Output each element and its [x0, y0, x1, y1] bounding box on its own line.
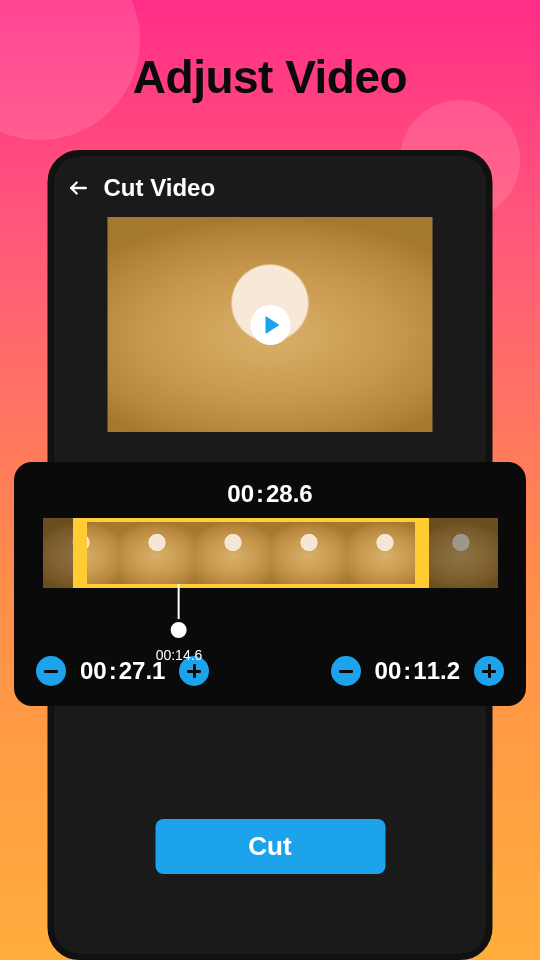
- start-time: 00:27.1: [80, 657, 165, 685]
- minus-icon: [339, 670, 353, 673]
- play-button[interactable]: [250, 305, 290, 345]
- app-header: Cut Video: [54, 156, 487, 212]
- trim-end-group: 00:11.2: [331, 656, 504, 686]
- filmstrip[interactable]: [43, 518, 498, 588]
- minus-icon: [44, 670, 58, 673]
- start-ss: 27.1: [119, 657, 166, 684]
- trim-handle-start[interactable]: [73, 518, 87, 588]
- total-mm: 00: [227, 480, 254, 507]
- filmstrip-dim-right: [429, 518, 498, 588]
- trim-panel: 00:28.6 00:27.1: [14, 462, 526, 706]
- start-decrement-button[interactable]: [36, 656, 66, 686]
- cut-button-label: Cut: [248, 831, 291, 862]
- end-time: 00:11.2: [375, 657, 460, 685]
- filmstrip-frame: [195, 518, 271, 588]
- start-increment-button[interactable]: [179, 656, 209, 686]
- trim-controls: 00:27.1 00:11.2: [32, 656, 508, 686]
- end-decrement-button[interactable]: [331, 656, 361, 686]
- total-duration: 00:28.6: [32, 480, 508, 508]
- trim-handle-end[interactable]: [415, 518, 429, 588]
- filmstrip-selection-border: [73, 584, 429, 588]
- video-preview[interactable]: [108, 217, 433, 432]
- cut-button[interactable]: Cut: [155, 819, 385, 874]
- end-ss: 11.2: [413, 657, 460, 684]
- filmstrip-selection-border: [73, 518, 429, 522]
- filmstrip-frame: [119, 518, 195, 588]
- filmstrip-frame: [347, 518, 423, 588]
- trim-start-group: 00:27.1: [36, 656, 209, 686]
- decorative-circle: [0, 0, 140, 140]
- back-arrow-icon[interactable]: [68, 177, 90, 199]
- play-icon: [265, 316, 279, 334]
- total-ss: 28.6: [266, 480, 313, 507]
- end-mm: 00: [375, 657, 402, 684]
- filmstrip-dim-left: [43, 518, 73, 588]
- filmstrip-frame: [271, 518, 347, 588]
- start-mm: 00: [80, 657, 107, 684]
- end-increment-button[interactable]: [474, 656, 504, 686]
- screen-title: Cut Video: [104, 174, 216, 202]
